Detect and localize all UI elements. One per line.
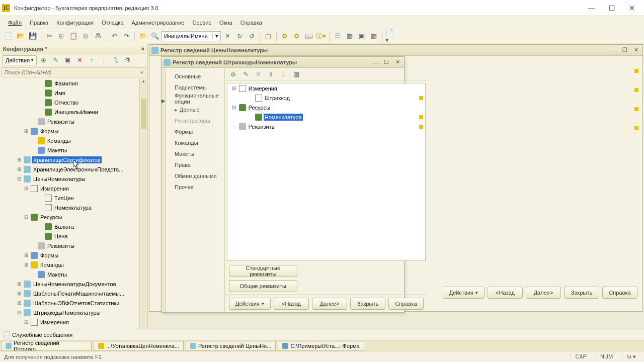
win2-max-icon[interactable]: ☐ [382,58,391,66]
y1-icon[interactable]: ⚙ [279,31,290,42]
menu-admin[interactable]: Администрирование [128,18,189,28]
book-icon[interactable]: 📖 [303,31,314,42]
up2-icon[interactable]: ⇧ [266,69,277,80]
tree-row[interactable]: ⊟ШтрихкодыНоменклатуры [0,308,147,317]
win1-actions-button[interactable]: Действия▾ [443,287,485,299]
save-icon[interactable]: 💾 [27,31,38,42]
list-icon[interactable]: ☰ [332,31,343,42]
table-icon[interactable]: ▦ [344,31,355,42]
info-icon[interactable]: ⓘ▾ [315,31,327,42]
tab-data[interactable]: Данные [169,104,224,115]
menu-debug[interactable]: Отладка [98,18,127,28]
tree-row[interactable]: Команды [0,136,147,145]
minimize-button[interactable]: — [582,1,602,15]
tree-row[interactable]: ⊞ШаблоныПечатиМашиночитаемы... [0,289,147,298]
tab-main[interactable]: Основные [169,71,224,82]
doc-icon[interactable]: 📄▾ [385,31,396,42]
std-requisites-button[interactable]: Стандартные реквизиты [229,265,297,277]
combo-dropdown-icon[interactable]: ▾ [212,33,220,39]
tree-row[interactable]: ⊟ЦеныНоменклатуры [0,174,147,184]
tree-row[interactable]: ⊞Формы [0,250,147,260]
refresh2-icon[interactable]: ↺ [246,31,257,42]
menu-edit[interactable]: Правка [26,18,52,28]
tree-row[interactable]: ⊞Формы [0,126,147,136]
clear-icon[interactable]: ✕ [222,31,233,42]
nav-toggle[interactable]: ▶ [162,68,166,312]
new-icon[interactable]: 📄 [3,31,14,42]
menu-file[interactable]: Файл [4,18,26,28]
tree-search[interactable]: × [1,67,146,77]
tab-other[interactable]: Прочее [169,182,224,193]
name-combo-input[interactable] [162,32,212,41]
tree-row[interactable]: Макеты [0,269,147,279]
win2-tree[interactable]: ⊟ИзмеренияШтрихкод⊟РесурсыНоменклатура—Р… [227,83,426,261]
task-tab[interactable]: C:\Примеры\Уста...: Форма [278,341,364,351]
task-tab[interactable]: ...\УстановкаЦенНоменкла... [94,341,184,351]
window-prices-titlebar[interactable]: Регистр сведений ЦеныНоменклатуры — ❐ ✕ [149,45,642,56]
tree-row[interactable]: Отчество [0,98,147,107]
window-icon[interactable]: ▢ [263,31,274,42]
maximize-button[interactable]: ☐ [602,1,622,15]
tab-templates[interactable]: Макеты [169,148,224,159]
tab-rights[interactable]: Права [169,159,224,170]
tree-row[interactable]: Цена [0,231,147,241]
tree-row[interactable]: Валюта [0,222,147,231]
tree-row[interactable]: Номенклатура [227,112,425,122]
menu-windows[interactable]: Окна [215,18,236,28]
win1-close-button[interactable]: Закрыть [564,287,599,299]
tree-row[interactable]: ⊞Команды [0,260,147,269]
win1-help-button[interactable]: Справка [602,287,637,299]
tree-row[interactable]: Реквизиты [0,241,147,250]
menu-help[interactable]: Справка [236,18,266,28]
tree-row[interactable]: Имя [0,88,147,98]
sort-icon[interactable]: ⇅ [110,55,121,66]
delete-icon[interactable]: ✕ [74,55,85,66]
down-icon[interactable]: ↓ [98,55,109,66]
window-barcodes-titlebar[interactable]: Регистр сведений ШтрихкодыНоменклатуры —… [162,57,404,68]
tree-row[interactable]: —Реквизиты [227,122,425,131]
refresh-icon[interactable]: ↻ [234,31,245,42]
tree-row[interactable]: Макеты [0,145,147,155]
search-clear-icon[interactable]: × [138,69,146,75]
win2-close-button[interactable]: Закрыть [350,298,385,310]
paste-icon[interactable]: 📋 [68,31,79,42]
print-icon[interactable]: 🖶 [92,31,103,42]
tree-row[interactable]: ИнициалыИмени [0,107,147,117]
open-icon[interactable]: 📂 [15,31,26,42]
filter-icon[interactable]: ⚗ [122,55,133,66]
grid-icon[interactable]: ▦ [368,31,379,42]
tab-commands[interactable]: Команды [169,137,224,148]
menu-config[interactable]: Конфигурация [52,18,98,28]
tab-subsystems[interactable]: Подсистемы [169,82,224,93]
copy2-icon[interactable]: ⎘ [80,31,91,42]
task-tab[interactable]: Регистр сведений ЦеныНо... [186,341,276,351]
tab-funcopts[interactable]: Функциональные опции [169,93,224,104]
tab-registrators[interactable]: Регистраторы [169,115,224,126]
cut-icon[interactable]: ✂ [44,31,55,42]
win1-restore-icon[interactable]: ❐ [620,46,629,54]
delete2-icon[interactable]: ✕ [253,69,264,80]
tree-row[interactable]: ⊟Ресурсы [0,212,147,222]
edit2-icon[interactable]: ✎ [240,69,252,80]
tree-row[interactable]: ⊟Измерения [0,184,147,193]
win1-back-button[interactable]: <Назад [488,287,523,299]
service-messages-bar[interactable]: Служебные сообщения [0,329,644,340]
tree-scrollbar[interactable]: ▴ ▾ [139,78,147,340]
add-icon[interactable]: ⊕ [38,55,49,66]
tab-forms[interactable]: Формы [169,126,224,137]
win2-back-button[interactable]: <Назад [274,298,309,310]
tree-search-input[interactable] [2,69,138,75]
up-icon[interactable]: ↑ [86,55,97,66]
win1-close-icon[interactable]: ✕ [631,46,640,54]
common-requisites-button[interactable]: Общие реквизиты [229,280,297,292]
search-icon[interactable]: 🔍 [149,31,160,42]
y2-icon[interactable]: ⚙ [291,31,302,42]
win1-min-icon[interactable]: — [609,46,618,54]
edit-icon[interactable]: ✎ [50,55,61,66]
win2-close-icon[interactable]: ✕ [393,58,402,66]
win2-help-button[interactable]: Справка [388,298,424,310]
add2-icon[interactable]: ⊕ [228,69,239,80]
down2-icon[interactable]: ⇩ [278,69,289,80]
tree-row[interactable]: ⊞ХранилищеСертификатов [0,155,147,164]
tree-row[interactable]: ⊞ШаблоныЭВФОтчетовСтатистики [0,298,147,308]
